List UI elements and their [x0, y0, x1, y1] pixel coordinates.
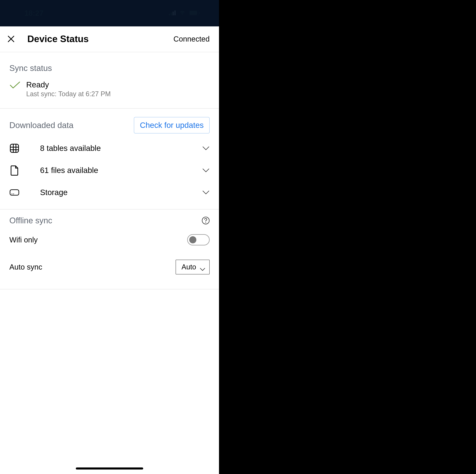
svg-rect-1 — [171, 13, 172, 15]
svg-rect-7 — [10, 144, 18, 152]
connection-status: Connected — [173, 35, 210, 43]
svg-rect-3 — [174, 11, 176, 15]
svg-point-16 — [205, 222, 206, 223]
sync-ready-row: Ready Last sync: Today at 6:27 PM — [0, 78, 219, 108]
content-area: Sync status Ready Last sync: Today at 6:… — [0, 52, 219, 289]
status-icons — [169, 10, 210, 17]
storage-icon — [9, 187, 19, 198]
sync-status-section: Sync status Ready Last sync: Today at 6:… — [0, 52, 219, 109]
files-label: 61 files available — [40, 166, 191, 175]
wifi-only-toggle[interactable] — [187, 234, 210, 245]
chevron-down-icon — [202, 167, 210, 174]
phone-screen: 18:27 Device Status Connected Sync statu… — [0, 0, 219, 474]
svg-rect-0 — [169, 14, 170, 15]
storage-label: Storage — [40, 188, 191, 197]
check-icon — [9, 82, 21, 90]
wifi-only-row: Wifi only — [0, 227, 219, 253]
sync-ready-title: Ready — [26, 80, 111, 89]
offline-sync-label: Offline sync — [9, 216, 52, 225]
home-indicator[interactable] — [76, 467, 143, 470]
chevron-down-icon — [202, 189, 210, 196]
tables-row[interactable]: 8 tables available — [0, 137, 219, 159]
battery-icon — [189, 10, 200, 16]
toggle-knob — [189, 236, 196, 243]
sync-last-sync: Last sync: Today at 6:27 PM — [26, 90, 111, 98]
wifi-only-label: Wifi only — [9, 236, 38, 244]
downloaded-data-label: Downloaded data — [9, 120, 73, 130]
header-bar: Device Status Connected — [0, 26, 219, 52]
auto-sync-select[interactable]: Auto — [176, 260, 210, 274]
offline-sync-section: Offline sync Wifi only Auto sync Auto — [0, 209, 219, 289]
auto-sync-label: Auto sync — [9, 263, 42, 271]
chevron-down-icon — [200, 265, 205, 270]
tables-label: 8 tables available — [40, 144, 191, 153]
black-area — [219, 0, 476, 474]
auto-sync-row: Auto sync Auto — [0, 253, 219, 282]
table-icon — [9, 143, 19, 153]
downloaded-data-section: Downloaded data Check for updates 8 tabl… — [0, 109, 219, 209]
svg-point-13 — [12, 194, 12, 194]
svg-point-14 — [13, 194, 14, 194]
sync-status-label: Sync status — [9, 64, 52, 73]
status-time: 18:27 — [24, 9, 43, 17]
file-icon — [9, 165, 19, 175]
help-icon[interactable] — [202, 217, 210, 224]
files-row[interactable]: 61 files available — [0, 159, 219, 181]
svg-rect-12 — [10, 190, 19, 195]
svg-rect-6 — [199, 12, 200, 14]
close-button[interactable] — [6, 34, 16, 44]
auto-sync-value: Auto — [182, 263, 196, 271]
storage-row[interactable]: Storage — [0, 181, 219, 203]
cellular-icon — [169, 11, 176, 16]
chevron-down-icon — [202, 145, 210, 152]
check-updates-button[interactable]: Check for updates — [134, 117, 210, 134]
svg-rect-5 — [190, 11, 197, 15]
wifi-icon — [179, 10, 186, 17]
page-title: Device Status — [27, 34, 173, 44]
status-bar: 18:27 — [0, 0, 219, 26]
svg-rect-2 — [172, 12, 174, 15]
